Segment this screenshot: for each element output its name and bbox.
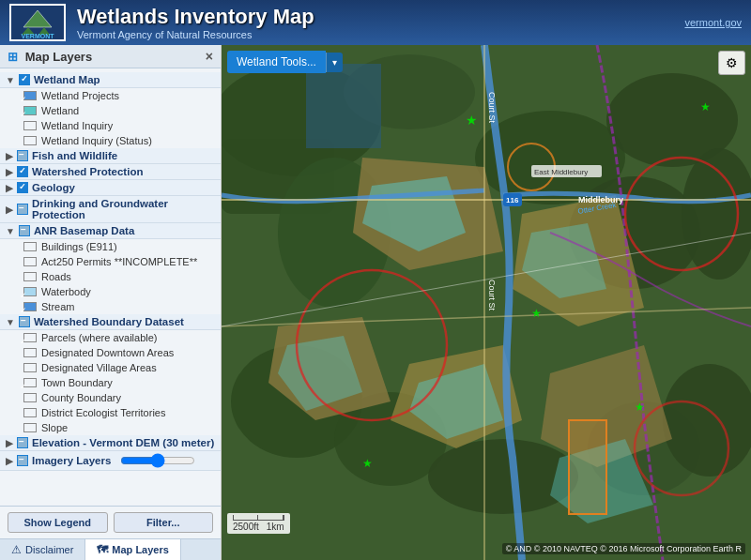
sidebar-header[interactable]: ⊞ Map Layers × xyxy=(0,45,221,68)
layer-slope[interactable]: Slope xyxy=(0,420,221,435)
expand-icon-geo: ▶ xyxy=(6,183,13,193)
layer-parcels[interactable]: Parcels (where available) xyxy=(0,330,221,345)
map-area[interactable]: ★ ★ ★ ★ ★ Court St Court St 116 East Mid… xyxy=(222,45,751,560)
group-wetland-map: ▼ Wetland Map Wetland Projects Wetland xyxy=(0,72,221,148)
layer-roads-label: Roads xyxy=(41,271,71,282)
layer-village-label: Designated Village Areas xyxy=(41,362,157,373)
layer-town-boundary-label: Town Boundary xyxy=(41,377,113,388)
group-anr-basemap-header[interactable]: ▼ ANR Basemap Data xyxy=(0,223,221,239)
layer-wetland-inquiry-status[interactable]: Wetland Inquiry (Status) xyxy=(0,133,221,148)
layer-stream[interactable]: Stream xyxy=(0,299,221,314)
expand-icon-fw: ▶ xyxy=(6,151,13,161)
group-geology-label: Geology xyxy=(32,182,75,193)
layer-waterbody[interactable]: Waterbody xyxy=(0,284,221,299)
expand-icon-anr: ▼ xyxy=(6,226,15,236)
layer-buildings[interactable]: Buildings (E911) xyxy=(0,239,221,254)
layer-parcels-label: Parcels (where available) xyxy=(41,332,158,343)
app-title: Wetlands Inventory Map xyxy=(77,5,684,29)
layer-county[interactable]: County Boundary xyxy=(0,390,221,405)
group-geology-check[interactable] xyxy=(17,182,28,193)
group-anr-basemap-label: ANR Basemap Data xyxy=(34,225,134,236)
layer-act250-label: Act250 Permits **INCOMPLETE** xyxy=(41,256,197,267)
layer-wetland[interactable]: Wetland xyxy=(0,103,221,118)
wetland-tools-button[interactable]: Wetland Tools... xyxy=(227,51,326,73)
map-tools-right: ⚙ xyxy=(718,51,745,75)
group-fish-wildlife-header[interactable]: ▶ Fish and Wildlife xyxy=(0,148,221,164)
layer-waterbody-label: Waterbody xyxy=(41,286,91,297)
group-anr-basemap-check[interactable] xyxy=(19,225,30,236)
layer-buildings-swatch xyxy=(23,242,37,251)
layer-slope-label: Slope xyxy=(41,422,68,433)
expand-icon-img: ▶ xyxy=(6,456,13,466)
map-layers-tab-icon: 🗺 xyxy=(97,543,108,556)
show-legend-button[interactable]: Show Legend xyxy=(8,512,108,533)
svg-text:VERMONT: VERMONT xyxy=(22,33,55,38)
group-drinking-water-header[interactable]: ▶ Drinking and Groundwater Protection xyxy=(0,196,221,223)
svg-text:★: ★ xyxy=(635,401,645,414)
layer-county-swatch xyxy=(23,393,37,402)
layer-village-swatch xyxy=(23,363,37,372)
group-elevation-header[interactable]: ▶ Elevation - Vermont DEM (30 meter) xyxy=(0,435,221,451)
expand-icon-wb: ▼ xyxy=(6,317,15,327)
svg-rect-34 xyxy=(306,64,381,148)
wetland-tools-label: Wetland Tools... xyxy=(237,55,316,68)
svg-text:East Middlebury: East Middlebury xyxy=(534,168,588,176)
expand-icon-elev: ▶ xyxy=(6,438,13,448)
layer-buildings-label: Buildings (E911) xyxy=(41,241,117,252)
layer-act250-swatch xyxy=(23,257,37,266)
layers-scroll[interactable]: ▼ Wetland Map Wetland Projects Wetland xyxy=(0,68,221,506)
tab-bar: ⚠ Disclaimer 🗺 Map Layers xyxy=(0,538,221,560)
group-wetland-map-label: Wetland Map xyxy=(34,74,100,85)
group-watershed-boundary: ▼ Watershed Boundary Dataset Parcels (wh… xyxy=(0,314,221,435)
svg-text:★: ★ xyxy=(531,307,542,320)
layer-wetland-projects[interactable]: Wetland Projects xyxy=(0,88,221,103)
layer-town-boundary[interactable]: Town Boundary xyxy=(0,375,221,390)
layer-village[interactable]: Designated Village Areas xyxy=(0,360,221,375)
tab-disclaimer[interactable]: ⚠ Disclaimer xyxy=(0,539,85,560)
layer-wetland-projects-label: Wetland Projects xyxy=(41,90,119,101)
map-settings-button[interactable]: ⚙ xyxy=(718,51,745,75)
filter-button[interactable]: Filter... xyxy=(114,512,214,533)
group-watershed-boundary-check[interactable] xyxy=(19,316,30,327)
group-elevation-label: Elevation - Vermont DEM (30 meter) xyxy=(32,437,214,448)
layer-district-swatch xyxy=(23,408,37,417)
group-watershed-protection-header[interactable]: ▶ Watershed Protection xyxy=(0,164,221,180)
layer-wetland-inquiry[interactable]: Wetland Inquiry xyxy=(0,118,221,133)
group-imagery-header[interactable]: ▶ Imagery Layers xyxy=(0,451,221,471)
group-elevation-check[interactable] xyxy=(17,437,28,448)
main-content: ⊞ Map Layers × ▼ Wetland Map Wetland Pro… xyxy=(0,45,751,560)
wetland-tools-dropdown[interactable]: ▾ xyxy=(326,53,343,72)
svg-text:Court St: Court St xyxy=(487,280,497,311)
group-watershed-protection-check[interactable] xyxy=(17,166,28,177)
map-layers-icon: ⊞ xyxy=(8,50,18,64)
svg-text:★: ★ xyxy=(362,457,373,470)
sidebar-collapse-btn[interactable]: × xyxy=(206,49,213,64)
layer-act250[interactable]: Act250 Permits **INCOMPLETE** xyxy=(0,254,221,269)
layer-district[interactable]: District Ecologist Territories xyxy=(0,405,221,420)
imagery-opacity-slider[interactable] xyxy=(120,453,195,468)
layer-roads[interactable]: Roads xyxy=(0,269,221,284)
group-watershed-boundary-header[interactable]: ▼ Watershed Boundary Dataset xyxy=(0,314,221,330)
expand-icon-dw: ▶ xyxy=(6,204,13,215)
gov-link[interactable]: vermont.gov xyxy=(684,17,742,28)
group-wetland-map-header[interactable]: ▼ Wetland Map xyxy=(0,72,221,88)
layer-slope-swatch xyxy=(23,423,37,432)
sidebar: ⊞ Map Layers × ▼ Wetland Map Wetland Pro… xyxy=(0,45,222,560)
group-watershed-protection: ▶ Watershed Protection xyxy=(0,164,221,180)
layer-downtown[interactable]: Designated Downtown Areas xyxy=(0,345,221,360)
group-imagery-check[interactable] xyxy=(17,455,28,466)
app-header: VERMONT Wetlands Inventory Map Vermont A… xyxy=(0,0,751,45)
group-imagery-label: Imagery Layers xyxy=(32,455,111,466)
svg-rect-32 xyxy=(569,420,606,514)
group-imagery: ▶ Imagery Layers xyxy=(0,451,221,471)
group-fish-wildlife-check[interactable] xyxy=(17,150,28,161)
group-geology-header[interactable]: ▶ Geology xyxy=(0,180,221,196)
layer-wetland-inquiry-status-swatch xyxy=(23,136,37,145)
layer-district-label: District Ecologist Territories xyxy=(41,407,165,418)
group-drinking-water-check[interactable] xyxy=(17,204,28,215)
group-watershed-boundary-label: Watershed Boundary Dataset xyxy=(34,316,184,327)
map-toolbar: Wetland Tools... ▾ xyxy=(227,51,343,73)
sidebar-bottom: Show Legend Filter... xyxy=(0,506,221,538)
tab-map-layers[interactable]: 🗺 Map Layers xyxy=(85,539,181,560)
group-wetland-map-check[interactable] xyxy=(19,74,30,85)
